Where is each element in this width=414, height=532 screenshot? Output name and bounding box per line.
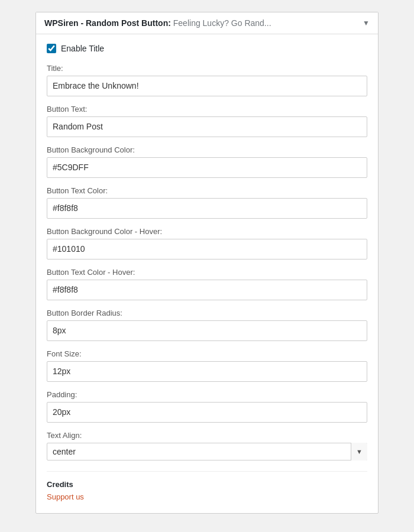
field-label-button-text: Button Text: bbox=[47, 105, 367, 113]
field-group-padding: Padding: bbox=[47, 390, 367, 423]
field-group-button-bg-hover: Button Background Color - Hover: bbox=[47, 227, 367, 259]
field-label-title: Title: bbox=[47, 64, 367, 73]
border-radius-input[interactable] bbox=[47, 320, 367, 341]
credits-section: Credits Support us bbox=[47, 471, 367, 501]
text-align-select[interactable]: left center right bbox=[47, 443, 367, 460]
font-size-input[interactable] bbox=[47, 361, 367, 382]
field-label-button-bg-hover: Button Background Color - Hover: bbox=[47, 227, 367, 236]
field-label-button-bg-color: Button Background Color: bbox=[47, 145, 367, 154]
field-group-border-radius: Button Border Radius: bbox=[47, 309, 367, 341]
field-group-font-size: Font Size: bbox=[47, 349, 367, 382]
button-text-input[interactable] bbox=[47, 116, 367, 137]
enable-title-row: Enable Title bbox=[47, 44, 367, 53]
widget-header[interactable]: WPSiren - Random Post Button: Feeling Lu… bbox=[36, 12, 378, 34]
field-group-text-align: Text Align: left center right ▼ bbox=[47, 431, 367, 460]
field-label-text-align: Text Align: bbox=[47, 431, 367, 440]
field-group-button-text-hover: Button Text Color - Hover: bbox=[47, 268, 367, 300]
button-bg-color-input[interactable] bbox=[47, 157, 367, 178]
field-group-button-text-color: Button Text Color: bbox=[47, 186, 367, 219]
widget-body: Enable Title Title: Button Text: Button … bbox=[36, 34, 378, 513]
plugin-name: WPSiren - Random Post Button: bbox=[44, 18, 171, 28]
text-align-select-wrapper: left center right ▼ bbox=[47, 443, 367, 460]
support-link[interactable]: Support us bbox=[47, 492, 84, 501]
enable-title-label[interactable]: Enable Title bbox=[61, 44, 104, 53]
credits-heading: Credits bbox=[47, 480, 367, 489]
widget-subtitle: Feeling Lucky? Go Rand... bbox=[171, 18, 271, 28]
button-text-hover-input[interactable] bbox=[47, 280, 367, 300]
field-label-button-text-hover: Button Text Color - Hover: bbox=[47, 268, 367, 277]
button-bg-hover-input[interactable] bbox=[47, 239, 367, 259]
widget-header-title: WPSiren - Random Post Button: Feeling Lu… bbox=[44, 18, 271, 28]
field-label-padding: Padding: bbox=[47, 390, 367, 399]
field-group-button-bg-color: Button Background Color: bbox=[47, 145, 367, 178]
field-group-title: Title: bbox=[47, 64, 367, 96]
padding-input[interactable] bbox=[47, 402, 367, 423]
button-text-color-input[interactable] bbox=[47, 198, 367, 219]
widget-container: WPSiren - Random Post Button: Feeling Lu… bbox=[35, 12, 379, 514]
field-label-font-size: Font Size: bbox=[47, 349, 367, 358]
field-label-button-text-color: Button Text Color: bbox=[47, 186, 367, 195]
enable-title-checkbox[interactable] bbox=[47, 44, 56, 53]
field-label-border-radius: Button Border Radius: bbox=[47, 309, 367, 317]
field-group-button-text: Button Text: bbox=[47, 105, 367, 137]
title-input[interactable] bbox=[47, 76, 367, 96]
chevron-down-icon: ▼ bbox=[363, 19, 370, 27]
